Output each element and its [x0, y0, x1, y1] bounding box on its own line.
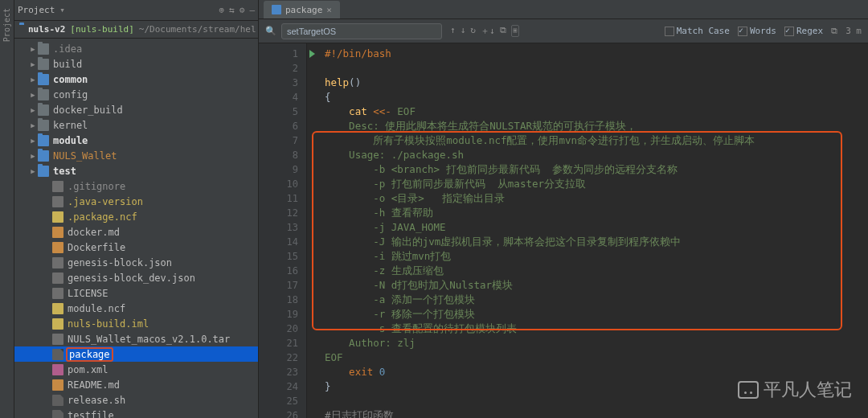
target-icon[interactable]: ⊕ — [219, 5, 225, 15]
tree-item[interactable]: ▶NULS_Wallet — [14, 148, 258, 163]
tree-item[interactable]: testfile — [14, 408, 258, 418]
gear-icon[interactable]: ⚙ — [240, 5, 245, 15]
split-icon[interactable]: ⇆ — [229, 5, 235, 15]
tree-label: NULS_Wallet_macos_v2.1.0.tar — [68, 334, 230, 345]
tree-item[interactable]: ▶build — [14, 56, 258, 72]
project-name: nuls-v2 — [28, 24, 65, 35]
recent-icon[interactable]: ↻ — [470, 25, 476, 37]
tree-item[interactable]: release.sh — [14, 392, 258, 408]
folder-dark-icon — [38, 43, 49, 55]
file-g-icon — [52, 181, 63, 192]
close-icon[interactable]: × — [326, 5, 332, 15]
tree-label: Dockerfile — [68, 242, 125, 253]
tree-item[interactable]: package — [14, 346, 258, 362]
folder-blue-icon — [38, 74, 49, 85]
tab-label: package — [285, 5, 322, 15]
tree-label: package — [66, 347, 113, 362]
tree-item[interactable]: README.md — [14, 377, 258, 392]
chevron-icon[interactable]: ▶ — [29, 121, 37, 129]
folder-dark-icon — [38, 59, 49, 70]
regex-option[interactable]: Regex — [784, 26, 823, 36]
filter-icon[interactable]: ▣ — [511, 25, 520, 37]
tree-item[interactable]: pom.xml — [14, 362, 258, 377]
tree-label: .java-version — [68, 196, 143, 207]
file-g-icon — [52, 273, 63, 284]
chevron-icon[interactable]: ▶ — [29, 60, 37, 68]
find-bar: 🔍 ↑ ↓ ↻ ＋↓ ⧉ ▣ Match Case Words Regex ⧉ … — [259, 19, 868, 43]
tree-label: module — [53, 135, 88, 146]
next-match-icon[interactable]: ↓ — [461, 25, 466, 37]
tree-label: config — [53, 89, 88, 100]
match-case-option[interactable]: Match Case — [665, 26, 730, 36]
tree-item[interactable]: genesis-block_dev.json — [14, 270, 258, 285]
chevron-icon[interactable]: ▶ — [29, 137, 37, 145]
tree-item[interactable]: genesis-block.json — [14, 255, 258, 270]
tree-label: testfile — [68, 410, 114, 419]
tree-item[interactable]: Dockerfile — [14, 240, 258, 255]
tree-label: pom.xml — [68, 364, 108, 375]
tree-item[interactable]: ▶config — [14, 87, 258, 102]
code-area: 1234567891011121314151617181920212223242… — [259, 43, 868, 418]
tree-item[interactable]: module.ncf — [14, 301, 258, 316]
chevron-icon[interactable]: ▶ — [29, 76, 37, 84]
tree-item[interactable]: ▶docker_build — [14, 102, 258, 117]
chevron-icon[interactable]: ▶ — [29, 106, 37, 114]
tree-item[interactable]: .java-version — [14, 194, 258, 209]
add-selection-icon[interactable]: ＋↓ — [481, 25, 495, 37]
code-text[interactable]: #!/bin/bash help(){ cat <<- EOF Desc: 使用… — [307, 43, 868, 418]
tree-item[interactable]: .package.ncf — [14, 209, 258, 224]
tree-item[interactable]: LICENSE — [14, 285, 258, 301]
match-count: 3 m — [845, 26, 862, 36]
tree-label: build — [53, 59, 82, 70]
editor-panel: package × 🔍 ↑ ↓ ↻ ＋↓ ⧉ ▣ Match Case Word… — [259, 0, 868, 418]
file-file-icon — [52, 395, 63, 406]
folder-dark-icon — [38, 89, 49, 100]
tab-package[interactable]: package × — [264, 1, 340, 18]
toggle-icon[interactable]: ⧉ — [831, 26, 837, 36]
tree-item[interactable]: ▶test — [14, 163, 258, 178]
chevron-icon[interactable]: ▶ — [29, 167, 37, 175]
chevron-down-icon[interactable]: ▾ — [59, 5, 65, 15]
words-option[interactable]: Words — [738, 26, 776, 36]
tree-item[interactable]: nuls-build.iml — [14, 316, 258, 331]
tree-label: docker_build — [53, 104, 123, 116]
file-file-icon — [52, 349, 63, 360]
file-o-icon — [52, 227, 63, 238]
search-input[interactable] — [281, 23, 442, 39]
watermark: 平凡人笔记 — [738, 378, 852, 402]
run-icon[interactable] — [309, 50, 315, 58]
find-buttons: ↑ ↓ ↻ ＋↓ ⧉ ▣ — [450, 25, 519, 37]
main-layout: Project ▾ ⊕ ⇆ ⚙ — nuls-v2 [nuls-build] ~… — [14, 0, 868, 418]
tree-label: genesis-block.json — [68, 257, 172, 268]
tree-item[interactable]: ▶.idea — [14, 41, 258, 56]
gutter: 1234567891011121314151617181920212223242… — [259, 43, 307, 418]
tree-label: .gitignore — [68, 181, 125, 192]
tree-item[interactable]: .gitignore — [14, 178, 258, 194]
prev-match-icon[interactable]: ↑ — [450, 25, 456, 37]
tree-label: common — [53, 74, 88, 85]
file-g-icon — [52, 288, 63, 299]
project-tool-tab[interactable]: Project — [2, 8, 11, 42]
folder-dark-icon — [38, 120, 49, 131]
tree-item[interactable]: docker.md — [14, 224, 258, 240]
tree-label: .package.ncf — [68, 211, 137, 223]
tree-label: release.sh — [68, 395, 125, 406]
tree-item[interactable]: ▶module — [14, 133, 258, 148]
hide-icon[interactable]: — — [249, 5, 255, 15]
file-tree[interactable]: ▶.idea▶build▶common▶config▶docker_build▶… — [14, 39, 258, 418]
tree-label: kernel — [53, 120, 88, 131]
file-o-icon — [52, 242, 63, 253]
chevron-icon[interactable]: ▶ — [29, 45, 37, 53]
tree-label: NULS_Wallet — [53, 150, 117, 162]
branch-label: [nuls-build] — [70, 24, 133, 35]
folder-blue-icon — [38, 135, 49, 146]
file-y-icon — [52, 318, 63, 330]
tree-item[interactable]: ▶kernel — [14, 117, 258, 133]
select-all-icon[interactable]: ⧉ — [500, 25, 506, 37]
tree-item[interactable]: ▶common — [14, 72, 258, 87]
chevron-icon[interactable]: ▶ — [29, 91, 37, 99]
tree-item[interactable]: NULS_Wallet_macos_v2.1.0.tar — [14, 331, 258, 346]
search-icon: 🔍 — [265, 26, 276, 37]
file-m-icon — [52, 364, 63, 375]
chevron-icon[interactable]: ▶ — [29, 152, 37, 160]
